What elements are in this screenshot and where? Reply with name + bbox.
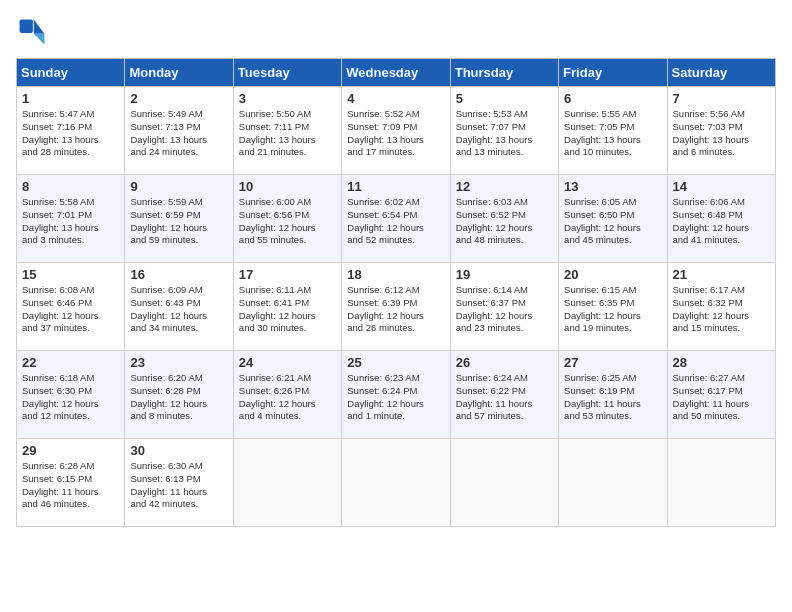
cell-daylight-info: Sunrise: 6:18 AMSunset: 6:30 PMDaylight:… [22, 372, 119, 423]
cell-daylight-info: Sunrise: 6:28 AMSunset: 6:15 PMDaylight:… [22, 460, 119, 511]
day-number: 12 [456, 179, 553, 194]
logo-icon [16, 16, 48, 48]
day-number: 21 [673, 267, 770, 282]
calendar-cell: 21Sunrise: 6:17 AMSunset: 6:32 PMDayligh… [667, 263, 775, 351]
day-number: 30 [130, 443, 227, 458]
calendar-body: 1Sunrise: 5:47 AMSunset: 7:16 PMDaylight… [17, 87, 776, 527]
calendar-cell: 11Sunrise: 6:02 AMSunset: 6:54 PMDayligh… [342, 175, 450, 263]
calendar-header-row: SundayMondayTuesdayWednesdayThursdayFrid… [17, 59, 776, 87]
day-number: 3 [239, 91, 336, 106]
day-number: 26 [456, 355, 553, 370]
calendar-cell: 1Sunrise: 5:47 AMSunset: 7:16 PMDaylight… [17, 87, 125, 175]
logo [16, 16, 52, 48]
day-header-tuesday: Tuesday [233, 59, 341, 87]
day-number: 18 [347, 267, 444, 282]
cell-daylight-info: Sunrise: 5:47 AMSunset: 7:16 PMDaylight:… [22, 108, 119, 159]
calendar-cell: 2Sunrise: 5:49 AMSunset: 7:13 PMDaylight… [125, 87, 233, 175]
calendar-table: SundayMondayTuesdayWednesdayThursdayFrid… [16, 58, 776, 527]
calendar-week-1: 8Sunrise: 5:58 AMSunset: 7:01 PMDaylight… [17, 175, 776, 263]
calendar-cell: 25Sunrise: 6:23 AMSunset: 6:24 PMDayligh… [342, 351, 450, 439]
cell-daylight-info: Sunrise: 6:27 AMSunset: 6:17 PMDaylight:… [673, 372, 770, 423]
day-header-sunday: Sunday [17, 59, 125, 87]
calendar-cell: 17Sunrise: 6:11 AMSunset: 6:41 PMDayligh… [233, 263, 341, 351]
day-header-wednesday: Wednesday [342, 59, 450, 87]
day-number: 29 [22, 443, 119, 458]
day-number: 19 [456, 267, 553, 282]
cell-daylight-info: Sunrise: 6:30 AMSunset: 6:13 PMDaylight:… [130, 460, 227, 511]
cell-daylight-info: Sunrise: 5:49 AMSunset: 7:13 PMDaylight:… [130, 108, 227, 159]
day-number: 4 [347, 91, 444, 106]
cell-daylight-info: Sunrise: 6:05 AMSunset: 6:50 PMDaylight:… [564, 196, 661, 247]
day-header-friday: Friday [559, 59, 667, 87]
calendar-cell: 22Sunrise: 6:18 AMSunset: 6:30 PMDayligh… [17, 351, 125, 439]
svg-marker-0 [34, 20, 45, 34]
calendar-cell: 7Sunrise: 5:56 AMSunset: 7:03 PMDaylight… [667, 87, 775, 175]
cell-daylight-info: Sunrise: 6:15 AMSunset: 6:35 PMDaylight:… [564, 284, 661, 335]
calendar-cell [450, 439, 558, 527]
cell-daylight-info: Sunrise: 6:12 AMSunset: 6:39 PMDaylight:… [347, 284, 444, 335]
page-header [16, 16, 776, 48]
calendar-cell: 27Sunrise: 6:25 AMSunset: 6:19 PMDayligh… [559, 351, 667, 439]
cell-daylight-info: Sunrise: 6:21 AMSunset: 6:26 PMDaylight:… [239, 372, 336, 423]
calendar-cell: 30Sunrise: 6:30 AMSunset: 6:13 PMDayligh… [125, 439, 233, 527]
cell-daylight-info: Sunrise: 6:17 AMSunset: 6:32 PMDaylight:… [673, 284, 770, 335]
cell-daylight-info: Sunrise: 6:03 AMSunset: 6:52 PMDaylight:… [456, 196, 553, 247]
day-number: 23 [130, 355, 227, 370]
calendar-cell: 15Sunrise: 6:08 AMSunset: 6:46 PMDayligh… [17, 263, 125, 351]
day-number: 17 [239, 267, 336, 282]
cell-daylight-info: Sunrise: 6:09 AMSunset: 6:43 PMDaylight:… [130, 284, 227, 335]
calendar-cell: 3Sunrise: 5:50 AMSunset: 7:11 PMDaylight… [233, 87, 341, 175]
calendar-cell: 5Sunrise: 5:53 AMSunset: 7:07 PMDaylight… [450, 87, 558, 175]
day-number: 13 [564, 179, 661, 194]
calendar-cell: 26Sunrise: 6:24 AMSunset: 6:22 PMDayligh… [450, 351, 558, 439]
calendar-cell: 28Sunrise: 6:27 AMSunset: 6:17 PMDayligh… [667, 351, 775, 439]
day-number: 15 [22, 267, 119, 282]
cell-daylight-info: Sunrise: 6:11 AMSunset: 6:41 PMDaylight:… [239, 284, 336, 335]
day-number: 10 [239, 179, 336, 194]
cell-daylight-info: Sunrise: 6:06 AMSunset: 6:48 PMDaylight:… [673, 196, 770, 247]
svg-marker-1 [34, 34, 45, 45]
day-number: 25 [347, 355, 444, 370]
calendar-cell: 20Sunrise: 6:15 AMSunset: 6:35 PMDayligh… [559, 263, 667, 351]
calendar-cell [342, 439, 450, 527]
svg-rect-2 [20, 20, 33, 33]
cell-daylight-info: Sunrise: 5:52 AMSunset: 7:09 PMDaylight:… [347, 108, 444, 159]
cell-daylight-info: Sunrise: 5:58 AMSunset: 7:01 PMDaylight:… [22, 196, 119, 247]
cell-daylight-info: Sunrise: 6:23 AMSunset: 6:24 PMDaylight:… [347, 372, 444, 423]
day-number: 20 [564, 267, 661, 282]
calendar-cell [667, 439, 775, 527]
calendar-cell [559, 439, 667, 527]
cell-daylight-info: Sunrise: 5:56 AMSunset: 7:03 PMDaylight:… [673, 108, 770, 159]
cell-daylight-info: Sunrise: 6:24 AMSunset: 6:22 PMDaylight:… [456, 372, 553, 423]
day-number: 5 [456, 91, 553, 106]
calendar-cell: 4Sunrise: 5:52 AMSunset: 7:09 PMDaylight… [342, 87, 450, 175]
calendar-cell: 16Sunrise: 6:09 AMSunset: 6:43 PMDayligh… [125, 263, 233, 351]
calendar-cell: 13Sunrise: 6:05 AMSunset: 6:50 PMDayligh… [559, 175, 667, 263]
cell-daylight-info: Sunrise: 6:20 AMSunset: 6:28 PMDaylight:… [130, 372, 227, 423]
day-number: 22 [22, 355, 119, 370]
day-number: 8 [22, 179, 119, 194]
calendar-week-2: 15Sunrise: 6:08 AMSunset: 6:46 PMDayligh… [17, 263, 776, 351]
cell-daylight-info: Sunrise: 6:00 AMSunset: 6:56 PMDaylight:… [239, 196, 336, 247]
day-number: 7 [673, 91, 770, 106]
calendar-week-0: 1Sunrise: 5:47 AMSunset: 7:16 PMDaylight… [17, 87, 776, 175]
calendar-cell: 12Sunrise: 6:03 AMSunset: 6:52 PMDayligh… [450, 175, 558, 263]
calendar-cell: 14Sunrise: 6:06 AMSunset: 6:48 PMDayligh… [667, 175, 775, 263]
day-number: 6 [564, 91, 661, 106]
calendar-cell: 18Sunrise: 6:12 AMSunset: 6:39 PMDayligh… [342, 263, 450, 351]
cell-daylight-info: Sunrise: 6:14 AMSunset: 6:37 PMDaylight:… [456, 284, 553, 335]
day-number: 2 [130, 91, 227, 106]
day-number: 14 [673, 179, 770, 194]
day-number: 9 [130, 179, 227, 194]
day-number: 16 [130, 267, 227, 282]
day-number: 11 [347, 179, 444, 194]
calendar-cell: 24Sunrise: 6:21 AMSunset: 6:26 PMDayligh… [233, 351, 341, 439]
cell-daylight-info: Sunrise: 5:53 AMSunset: 7:07 PMDaylight:… [456, 108, 553, 159]
cell-daylight-info: Sunrise: 5:55 AMSunset: 7:05 PMDaylight:… [564, 108, 661, 159]
calendar-week-3: 22Sunrise: 6:18 AMSunset: 6:30 PMDayligh… [17, 351, 776, 439]
cell-daylight-info: Sunrise: 5:59 AMSunset: 6:59 PMDaylight:… [130, 196, 227, 247]
calendar-cell: 19Sunrise: 6:14 AMSunset: 6:37 PMDayligh… [450, 263, 558, 351]
day-number: 24 [239, 355, 336, 370]
calendar-cell [233, 439, 341, 527]
calendar-week-4: 29Sunrise: 6:28 AMSunset: 6:15 PMDayligh… [17, 439, 776, 527]
